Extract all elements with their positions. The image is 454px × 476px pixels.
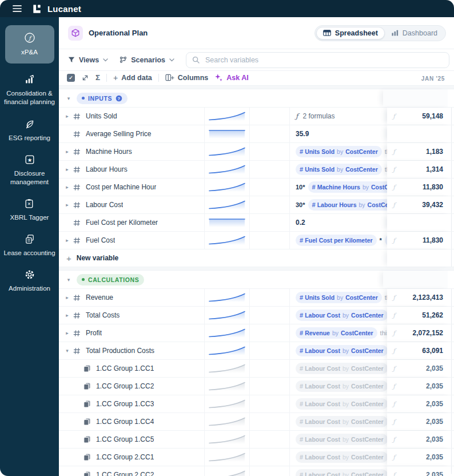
table-row[interactable]: 1.CC Group 1.CC3#Labour CostbyCostCenter… bbox=[59, 395, 454, 413]
value-cell[interactable] bbox=[387, 125, 452, 142]
formula-cell[interactable]: 35.9 bbox=[290, 125, 387, 142]
chevron-down-icon[interactable]: ▾ bbox=[65, 277, 73, 283]
row-name-cell[interactable]: 1.CC Group 1.CC1 bbox=[59, 360, 205, 377]
chevron-right-icon[interactable]: ▸ bbox=[63, 184, 71, 190]
row-name-cell[interactable]: ▸Cost per Machine Hour bbox=[59, 178, 205, 196]
table-row[interactable]: Fuel Cost per Kilometer0.2 bbox=[59, 214, 454, 232]
section-header-inputs[interactable]: ▾INPUTS? bbox=[59, 89, 454, 108]
formula-cell[interactable]: #Labour CostbyCostCentert bbox=[290, 431, 387, 448]
formula-cell[interactable]: #Units SoldbyCostCenterthis bbox=[290, 289, 387, 306]
chevron-right-icon[interactable]: ▸ bbox=[63, 330, 71, 336]
blank-cell[interactable] bbox=[250, 196, 290, 213]
new-variable-row[interactable]: +New variable bbox=[59, 249, 454, 267]
row-name-cell[interactable]: Fuel Cost per Kilometer bbox=[59, 214, 205, 231]
hamburger-menu-icon[interactable] bbox=[13, 5, 22, 12]
formula-cell[interactable]: #Units SoldbyCostCenterthis bbox=[290, 143, 387, 160]
help-icon[interactable]: ? bbox=[116, 95, 122, 102]
sigma-icon[interactable]: Σ bbox=[95, 74, 100, 82]
row-name-cell[interactable]: 1.CC Group 1.CC4 bbox=[59, 413, 205, 430]
variable-chip[interactable]: #RevenuebyCostCenter bbox=[296, 327, 377, 339]
variable-chip[interactable]: #Labour CostbyCostCenter bbox=[296, 469, 387, 476]
value-cell[interactable]: ƒ63,091 bbox=[387, 342, 452, 359]
blank-cell[interactable] bbox=[250, 108, 290, 125]
ask-ai-button[interactable]: Ask AI bbox=[214, 73, 248, 82]
value-cell[interactable]: ƒ59,148 bbox=[387, 108, 452, 125]
scenarios-dropdown[interactable]: Scenarios bbox=[120, 56, 174, 64]
variable-chip[interactable]: #Labour CostbyCostCenter bbox=[296, 310, 387, 321]
blank-cell[interactable] bbox=[250, 342, 290, 359]
value-cell[interactable]: ƒ2,072,152 bbox=[387, 324, 452, 342]
chevron-right-icon[interactable]: ▸ bbox=[63, 113, 71, 119]
table-row[interactable]: ▸Machine Hours#Units SoldbyCostCenterthi… bbox=[59, 143, 454, 161]
chevron-right-icon[interactable]: ▸ bbox=[63, 166, 71, 172]
formula-cell[interactable]: #Labour CostbyCostCentert bbox=[290, 360, 387, 377]
blank-cell[interactable] bbox=[250, 178, 290, 196]
blank-cell[interactable] bbox=[250, 143, 290, 160]
table-row[interactable]: 1.CC Group 1.CC1#Labour CostbyCostCenter… bbox=[59, 360, 454, 378]
table-row[interactable]: ▸Revenue#Units SoldbyCostCenterthisƒ2,12… bbox=[59, 289, 454, 307]
value-cell[interactable]: ƒ1,314 bbox=[387, 161, 452, 178]
value-cell[interactable]: ƒ11,830 bbox=[387, 178, 452, 196]
formula-cell[interactable]: #Units SoldbyCostCenterthis bbox=[290, 161, 387, 178]
formula-cell[interactable]: #Labour CostbyCostCentert bbox=[290, 449, 387, 466]
table-row[interactable]: ▸Profit#RevenuebyCostCenterthis rƒ2,072,… bbox=[59, 324, 454, 342]
table-row[interactable]: ▸Units Soldƒ2 formulasƒ59,148 bbox=[59, 108, 454, 125]
tab-spreadsheet[interactable]: Spreadsheet bbox=[316, 27, 385, 39]
formula-cell[interactable]: 10*#Machine HoursbyCostCenter bbox=[290, 178, 387, 196]
table-row[interactable]: 1.CC Group 1.CC2#Labour CostbyCostCenter… bbox=[59, 378, 454, 395]
sidebar-item-xbrl[interactable]: ✕XBRL Tagger bbox=[7, 197, 52, 222]
blank-cell[interactable] bbox=[250, 431, 290, 448]
variable-chip[interactable]: #Labour CostbyCostCenter bbox=[296, 380, 387, 392]
value-cell[interactable]: ƒ2,035 bbox=[387, 431, 452, 448]
formula-cell[interactable]: #Labour CostbyCostCentert bbox=[290, 378, 387, 395]
chevron-right-icon[interactable]: ▸ bbox=[63, 202, 71, 208]
blank-cell[interactable] bbox=[250, 378, 290, 395]
sidebar-item-admin[interactable]: Administration bbox=[6, 268, 53, 293]
sidebar-item-consolidation[interactable]: Consolidation & financial planning bbox=[0, 73, 59, 106]
blank-cell[interactable] bbox=[250, 466, 290, 476]
value-cell[interactable]: ƒ2,035 bbox=[387, 413, 452, 430]
variable-chip[interactable]: #Labour CostbyCostCenter bbox=[296, 345, 387, 356]
row-name-cell[interactable]: 1.CC Group 1.CC2 bbox=[59, 378, 205, 395]
views-dropdown[interactable]: Views bbox=[68, 56, 108, 64]
table-row[interactable]: ▸Total Costs#Labour CostbyCostCentertƒ51… bbox=[59, 307, 454, 324]
row-name-cell[interactable]: ▸Profit bbox=[59, 324, 205, 342]
row-name-cell[interactable]: ▸Revenue bbox=[59, 289, 205, 306]
value-cell[interactable]: ƒ39,432 bbox=[387, 196, 452, 213]
blank-cell[interactable] bbox=[250, 360, 290, 377]
sidebar-item-lease[interactable]: Lease accounting bbox=[1, 233, 58, 257]
blank-cell[interactable] bbox=[250, 232, 290, 249]
brand-logo[interactable]: Lucanet bbox=[31, 3, 81, 14]
value-cell[interactable]: ƒ2,035 bbox=[387, 378, 452, 395]
formula-cell[interactable]: #RevenuebyCostCenterthis r bbox=[290, 324, 387, 342]
table-row[interactable]: 1.CC Group 2.CC1#Labour CostbyCostCenter… bbox=[59, 449, 454, 466]
column-header-jan25[interactable]: JAN '25 bbox=[421, 76, 454, 84]
blank-cell[interactable] bbox=[250, 307, 290, 324]
row-name-cell[interactable]: 1.CC Group 1.CC5 bbox=[59, 431, 205, 448]
value-cell[interactable]: ƒ2,035 bbox=[387, 466, 452, 476]
variable-chip[interactable]: #Machine HoursbyCostCenter bbox=[308, 181, 387, 193]
sidebar-item-xpa[interactable]: ƒxP&A bbox=[5, 25, 54, 64]
row-name-cell[interactable]: ▸Total Costs bbox=[59, 307, 205, 324]
row-name-cell[interactable]: 1.CC Group 2.CC2 bbox=[59, 466, 205, 476]
row-name-cell[interactable]: ▸Units Sold bbox=[59, 108, 205, 125]
formula-cell[interactable]: #Labour CostbyCostCentert bbox=[290, 395, 387, 412]
row-name-cell[interactable]: 1.CC Group 1.CC3 bbox=[59, 395, 205, 412]
row-name-cell[interactable]: ▸Fuel Cost bbox=[59, 232, 205, 249]
sidebar-item-esg[interactable]: ESG reporting bbox=[6, 118, 53, 142]
chevron-down-icon[interactable]: ▾ bbox=[63, 348, 71, 354]
variable-chip[interactable]: #Labour CostbyCostCenter bbox=[296, 416, 387, 427]
add-data-button[interactable]: + Add data bbox=[113, 74, 152, 82]
variable-chip[interactable]: #Labour CostbyCostCenter bbox=[296, 451, 387, 463]
value-cell[interactable]: ƒ51,262 bbox=[387, 307, 452, 324]
row-name-cell[interactable]: ▸Machine Hours bbox=[59, 143, 205, 160]
table-row[interactable]: 1.CC Group 1.CC4#Labour CostbyCostCenter… bbox=[59, 413, 454, 431]
row-name-cell[interactable]: ▾Total Production Costs bbox=[59, 342, 205, 359]
table-row[interactable]: ▸Cost per Machine Hour10*#Machine Hoursb… bbox=[59, 178, 454, 196]
blank-cell[interactable] bbox=[250, 161, 290, 178]
table-row[interactable]: 1.CC Group 2.CC2#Labour CostbyCostCenter… bbox=[59, 466, 454, 476]
formula-cell[interactable]: #Labour CostbyCostCentert bbox=[290, 466, 387, 476]
value-cell[interactable]: ƒ11,830 bbox=[387, 232, 452, 249]
variable-chip[interactable]: #Units SoldbyCostCenter bbox=[296, 292, 382, 303]
table-row[interactable]: ▸Fuel Cost#Fuel Cost per Kilometer*#ƒ11,… bbox=[59, 232, 454, 249]
